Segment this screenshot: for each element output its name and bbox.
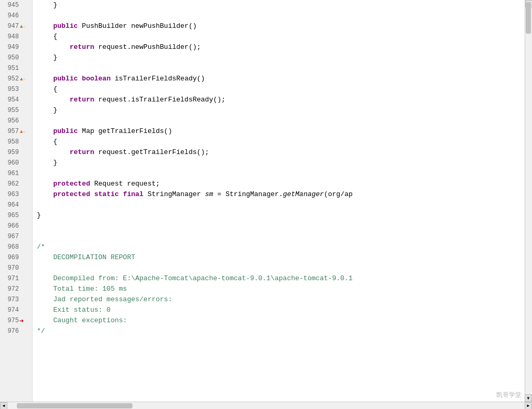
line-number-950: 950 xyxy=(0,53,32,63)
code-line-957: public Map getTrailerFields() xyxy=(37,126,532,137)
code-line-975: Caught exceptions: xyxy=(37,315,532,326)
code-line-949: return request.newPushBuilder(); xyxy=(37,42,532,53)
code-line-951 xyxy=(37,63,532,74)
code-line-970 xyxy=(37,263,532,273)
code-line-948: { xyxy=(37,32,532,42)
scroll-down-arrow[interactable]: ▼ xyxy=(525,394,532,402)
line-number-966: 966 xyxy=(0,221,32,231)
line-number-960: 960 xyxy=(0,158,32,168)
line-number-954: 954 xyxy=(0,95,32,105)
line-number-952: 952▲○ xyxy=(0,74,32,84)
line-number-959: 959 xyxy=(0,147,32,158)
line-number-953: 953 xyxy=(0,84,32,95)
line-number-947: 947▲○ xyxy=(0,21,32,32)
line-number-971: 971 xyxy=(0,273,32,284)
scroll-right-arrow[interactable]: ▶ xyxy=(525,402,532,410)
code-line-958: { xyxy=(37,137,532,147)
line-number-973: 973 xyxy=(0,294,32,305)
line-number-964: 964 xyxy=(0,200,32,210)
line-number-975: 975➜ xyxy=(0,315,32,326)
line-number-976: 976 xyxy=(0,326,32,336)
scroll-thumb-h[interactable] xyxy=(17,403,132,408)
code-line-947: public PushBuilder newPushBuilder() xyxy=(37,21,532,32)
code-line-955: } xyxy=(37,105,532,116)
line-number-969: 969 xyxy=(0,252,32,263)
line-number-961: 961 xyxy=(0,168,32,179)
code-area: 945946947▲○948949950951952▲○953954955956… xyxy=(0,0,532,402)
line-number-962: 962 xyxy=(0,179,32,189)
line-number-949: 949 xyxy=(0,42,32,53)
line-number-965: 965 xyxy=(0,210,32,221)
code-line-953: { xyxy=(37,84,532,95)
code-line-964 xyxy=(37,200,532,210)
code-line-945: } xyxy=(37,0,532,11)
scroll-left-arrow[interactable]: ◀ xyxy=(0,402,7,410)
code-line-966 xyxy=(37,221,532,231)
line-number-946: 946 xyxy=(0,11,32,21)
code-line-952: public boolean isTrailerFieldsReady() xyxy=(37,74,532,84)
scroll-thumb-v[interactable] xyxy=(526,2,531,34)
code-line-962: protected Request request; xyxy=(37,179,532,189)
code-line-960: } xyxy=(37,158,532,168)
code-line-950: } xyxy=(37,53,532,63)
code-line-972: Total time: 105 ms xyxy=(37,284,532,294)
editor-container: 945946947▲○948949950951952▲○953954955956… xyxy=(0,0,532,409)
horizontal-scrollbar[interactable]: ◀ ▶ xyxy=(0,402,532,409)
code-line-965: } xyxy=(37,210,532,221)
code-line-974: Exit status: 0 xyxy=(37,305,532,315)
code-line-956 xyxy=(37,116,532,126)
line-numbers: 945946947▲○948949950951952▲○953954955956… xyxy=(0,0,33,402)
line-number-958: 958 xyxy=(0,137,32,147)
line-number-956: 956 xyxy=(0,116,32,126)
code-line-976: */ xyxy=(37,326,532,336)
code-line-967 xyxy=(37,231,532,242)
code-content[interactable]: } public PushBuilder newPushBuilder() { … xyxy=(33,0,532,402)
code-line-973: Jad reported messages/errors: xyxy=(37,294,532,305)
vertical-scrollbar[interactable]: ▲ ▼ xyxy=(525,0,532,402)
line-number-945: 945 xyxy=(0,0,32,11)
code-line-946 xyxy=(37,11,532,21)
code-line-968: /* xyxy=(37,242,532,252)
code-line-961 xyxy=(37,168,532,179)
code-line-954: return request.isTrailerFieldsReady(); xyxy=(37,95,532,105)
code-line-963: protected static final StringManager sm … xyxy=(37,189,532,200)
line-number-963: 963 xyxy=(0,189,32,200)
line-number-970: 970 xyxy=(0,263,32,273)
line-number-968: 968 xyxy=(0,242,32,252)
code-line-969: DECOMPILATION REPORT xyxy=(37,252,532,263)
line-number-974: 974 xyxy=(0,305,32,315)
line-number-955: 955 xyxy=(0,105,32,116)
code-line-959: return request.getTrailerFields(); xyxy=(37,147,532,158)
line-number-951: 951 xyxy=(0,63,32,74)
scroll-track-h[interactable] xyxy=(15,402,517,409)
code-line-971: Decompiled from: E:\Apache-Tomcat\apache… xyxy=(37,273,532,284)
line-number-967: 967 xyxy=(0,231,32,242)
line-number-957: 957▲○ xyxy=(0,126,32,137)
line-number-972: 972 xyxy=(0,284,32,294)
line-number-948: 948 xyxy=(0,32,32,42)
